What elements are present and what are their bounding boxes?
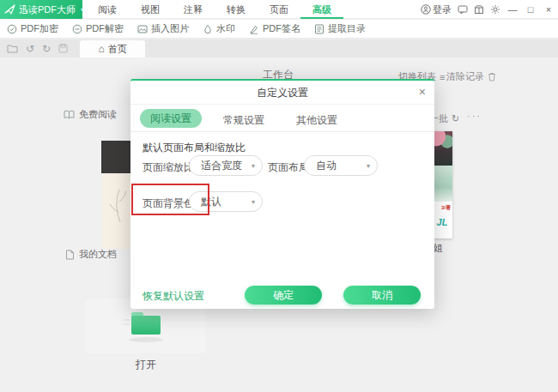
chevron-down-icon: ▾	[252, 193, 255, 212]
tool-label: PDF解密	[86, 22, 124, 35]
main-menu: 阅读 视图 注释 转换 页面 高级	[86, 0, 343, 19]
dialog-tabs: 阅读设置 常规设置 其他设置	[130, 105, 434, 132]
home-icon: ⌂	[99, 43, 105, 55]
menu-page[interactable]: 页面	[258, 0, 300, 19]
watermark-button[interactable]: 水印	[203, 22, 235, 35]
encrypt-icon	[7, 24, 17, 34]
extract-toc-icon	[314, 24, 324, 34]
book-thumbnail-beige[interactable]	[102, 174, 130, 249]
cover-artwork	[432, 131, 452, 166]
my-documents-section[interactable]: 我的文档	[65, 248, 117, 261]
page-bgcolor-label: 页面背景色	[143, 196, 194, 211]
open-card-label: 打开	[86, 358, 206, 372]
tool-label: 提取目录	[328, 22, 366, 35]
insert-image-button[interactable]: 插入图片	[137, 22, 189, 35]
quick-actions: ↺ ↻	[0, 39, 75, 57]
tab-reading-settings[interactable]: 阅读设置	[140, 109, 202, 128]
user-icon	[421, 4, 431, 15]
custom-settings-dialog: 自定义设置 × 阅读设置 常规设置 其他设置 默认页面布局和缩放比 页面缩放比例…	[130, 79, 434, 309]
page-zoom-value: 适合宽度	[201, 160, 242, 172]
chevron-down-icon: ▾	[367, 157, 370, 176]
folder-icon-body	[131, 316, 161, 335]
list-view-icon: ≡	[440, 72, 445, 82]
titlebar-right: 登录 — □ ×	[421, 0, 555, 19]
tab-home-label: 首页	[108, 43, 127, 56]
tab-home[interactable]: ⌂ 首页	[80, 40, 145, 57]
minimize-button[interactable]: —	[506, 4, 519, 15]
restore-defaults-link[interactable]: 恢复默认设置	[143, 289, 204, 304]
undo-icon[interactable]: ↺	[26, 44, 34, 54]
close-window-button[interactable]: ×	[543, 4, 555, 15]
page-layout-select[interactable]: 自动 ▾	[304, 155, 378, 176]
open-file-icon[interactable]	[7, 44, 18, 53]
page-zoom-select[interactable]: 适合宽度 ▾	[189, 155, 263, 176]
page-layout-label: 页面布局	[268, 160, 309, 175]
gift-box-icon[interactable]	[474, 4, 484, 15]
signature-icon	[249, 24, 259, 34]
decrypt-icon	[72, 24, 82, 34]
cancel-button[interactable]: 取消	[343, 286, 421, 305]
login-button[interactable]: 登录	[421, 3, 452, 16]
logo-caret-icon[interactable]: ▾	[81, 6, 84, 14]
titlebar: 迅读PDF大师 ▾ 阅读 视图 注释 转换 页面 高级 登录 — □ ×	[0, 0, 558, 19]
chevron-down-icon: ▾	[252, 157, 255, 176]
app-logo[interactable]: 迅读PDF大师 ▾	[0, 0, 82, 19]
book-title-caption: 姐	[434, 242, 443, 255]
menu-advanced[interactable]: 高级	[300, 0, 343, 19]
menu-view[interactable]: 视图	[129, 0, 172, 19]
free-reading-label: 免费阅读	[79, 108, 117, 121]
page-layout-value: 自动	[316, 160, 337, 172]
book-thumbnail-dark[interactable]	[101, 141, 130, 173]
book-cover-thumbnail[interactable]: 3/著 JL	[432, 131, 452, 238]
save-icon[interactable]	[58, 44, 68, 53]
ok-button[interactable]: 确定	[245, 286, 322, 305]
book-icon	[64, 110, 75, 119]
extract-toc-button[interactable]: 提取目录	[314, 22, 366, 35]
pdf-encrypt-button[interactable]: PDF加密	[7, 22, 58, 35]
dialog-title: 自定义设置	[130, 81, 434, 105]
dialog-close-button[interactable]: ×	[419, 85, 426, 99]
cover-author-text: 3/著	[432, 202, 452, 215]
settings-gear-icon[interactable]	[490, 4, 500, 15]
app-logo-icon	[4, 4, 15, 15]
cover-artwork-mid	[432, 166, 452, 202]
redo-icon[interactable]: ↻	[42, 44, 51, 54]
tool-label: 插入图片	[151, 22, 189, 35]
page-bgcolor-select[interactable]: 默认 ▾	[189, 191, 263, 212]
app-title: 迅读PDF大师	[19, 3, 76, 16]
menu-read[interactable]: 阅读	[86, 0, 129, 19]
folder-shadow-decoration	[129, 337, 163, 342]
free-reading-section[interactable]: 免费阅读	[64, 108, 117, 121]
more-options-icon[interactable]: ···	[467, 111, 482, 121]
maximize-button[interactable]: □	[525, 4, 537, 15]
tool-label: PDF加密	[21, 22, 58, 35]
refresh-icon: ↻	[452, 113, 459, 124]
watermark-icon	[203, 24, 213, 34]
insert-image-icon	[137, 24, 148, 34]
menu-annotate[interactable]: 注释	[172, 0, 215, 19]
pdf-decrypt-button[interactable]: PDF解密	[72, 22, 124, 35]
my-documents-label: 我的文档	[79, 248, 117, 261]
login-label: 登录	[433, 3, 452, 16]
advanced-toolbar: PDF加密 PDF解密 插入图片 水印 PDF签名 提取目录	[0, 20, 558, 39]
trash-icon	[488, 72, 496, 81]
pdf-signature-button[interactable]: PDF签名	[249, 22, 300, 35]
tool-label: 水印	[216, 22, 235, 35]
clear-history-button[interactable]: 清除记录	[446, 70, 496, 83]
folder-gleam-decoration	[124, 319, 130, 321]
section-title: 默认页面布局和缩放比	[143, 141, 246, 155]
page-bgcolor-value: 默认	[201, 196, 221, 208]
document-tabstrip: ↺ ↻ ⌂ 首页	[0, 39, 558, 57]
cover-title-letters: JL	[432, 215, 452, 231]
menu-convert[interactable]: 转换	[215, 0, 258, 19]
document-icon	[65, 250, 75, 260]
tab-general-settings[interactable]: 常规设置	[223, 113, 264, 128]
clear-history-label: 清除记录	[446, 70, 484, 83]
tab-other-settings[interactable]: 其他设置	[296, 113, 337, 128]
feedback-icon[interactable]	[458, 4, 468, 15]
tool-label: PDF签名	[263, 22, 300, 35]
